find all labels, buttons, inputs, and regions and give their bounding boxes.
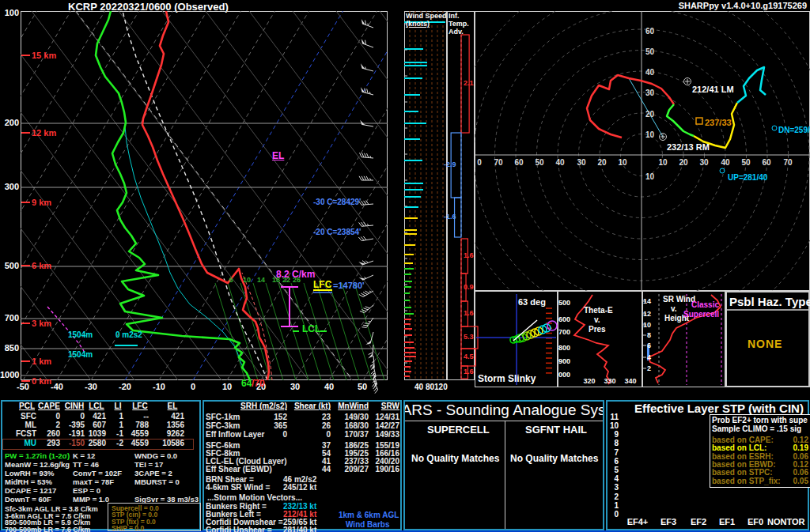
pressure-tick-label: 200: [0, 119, 19, 127]
corfidi-downshear-label: DN=259/65: [778, 126, 810, 134]
kinematics-col-header: SRW: [336, 402, 399, 410]
stp-prob-label: based on LCL:: [712, 444, 766, 452]
parcel-cell: 788: [115, 421, 149, 429]
hodo-speed-ring-label: 20: [596, 159, 608, 167]
hodo-speed-ring-label: 10: [616, 159, 629, 167]
stp-prob-value: 0.05: [788, 477, 808, 485]
parcel-cell: 10586: [151, 440, 184, 447]
hodo-speed-ring-label: 50: [645, 48, 654, 56]
stp-legend-line: Prob EF2+ torn with supe: [712, 417, 808, 424]
tadv-title-1: Inf.: [449, 13, 460, 20]
classic-supercell-label: Classic: [691, 301, 719, 309]
hodo-speed-ring-label: 20: [677, 159, 690, 167]
slinky-title: Storm Slinky: [478, 374, 536, 383]
sars-box[interactable]: SARS - Sounding Analogue System SUPERCEL…: [403, 400, 604, 530]
temp-axis-label: 50: [354, 383, 370, 391]
temp-advection-value: 1.6: [464, 252, 474, 259]
kinematics-cell: 152: [240, 413, 287, 421]
temp-advection-value: 5.3: [464, 334, 474, 341]
kinematics-row-label: SFC-3km: [206, 422, 240, 430]
hodo-speed-ring-label: 10: [657, 159, 669, 167]
thermo-index: MeanW = 12.6g/kg: [5, 461, 70, 469]
storm-motion-header: ...Storm Motion Vectors...: [207, 494, 302, 502]
thermo-index: 3CAPE = 2: [134, 470, 172, 477]
classic-supercell-label: Supercell: [683, 311, 719, 319]
srwind-height-label: 10: [643, 322, 651, 329]
hodo-speed-ring-label: 50: [533, 159, 546, 167]
stp-axis-label: 5: [609, 466, 619, 474]
stp-axis-label: 9: [609, 431, 619, 439]
height-tick-label: 9 km: [32, 198, 51, 207]
mixing-ratio-label: 6: [225, 277, 237, 284]
mixing-ratio-label: 14: [255, 277, 267, 284]
hodo-speed-ring-label: 40: [719, 159, 732, 167]
el-marker-label: EL: [272, 151, 284, 160]
kinematics-cell: 149/33: [352, 431, 399, 439]
minus30-height-label: -30 C=28429': [313, 198, 361, 206]
stp-prob-label: based on STP_fix:: [712, 477, 781, 485]
mid-lapse-label: 8.2 C/km: [276, 270, 315, 279]
stp-axis-label: 2: [609, 493, 619, 501]
parcel-cell: 4559: [115, 440, 149, 447]
parcel-cell: --: [115, 413, 149, 421]
height-tick-label: 3 km: [32, 319, 51, 328]
thermo-index: MBURST = 0: [134, 478, 180, 486]
hodo-speed-ring-label: 0: [473, 159, 486, 167]
temp-axis-label: 10: [219, 383, 235, 391]
hodo-speed-ring-label: 60: [513, 159, 525, 167]
thetae-title: Theta-E: [584, 307, 613, 315]
hodo-speed-ring-label: 60: [760, 159, 773, 167]
cloud-layer-mean-wind-label: 237/33: [705, 119, 732, 127]
skewt-background: [0, 11, 744, 380]
sars-divider-v: [505, 421, 505, 529]
hazard-value: NONE: [748, 338, 782, 349]
thermo-index: WNDG = 0.0: [134, 452, 177, 460]
effective-inflow-bottom-label: 1504m: [68, 351, 93, 359]
kinematics-row-label: SFC-1km: [206, 413, 240, 421]
sars-hail-header: SGFNT HAIL: [525, 424, 587, 435]
kinematics-cell: 190/16: [352, 466, 399, 474]
temp-advection-value: -1.6: [444, 213, 456, 221]
thermo-index: TT = 46: [73, 461, 99, 469]
hazard-title: Psbl Haz. Type: [729, 296, 810, 308]
pressure-tick-label: 850: [0, 344, 19, 353]
temp-axis-label: -50: [15, 383, 31, 391]
slinky-angle: 63 deg: [518, 298, 546, 307]
stp-axis-label: 1: [609, 502, 619, 510]
temp-axis-label: 0: [185, 383, 201, 391]
parcel-cell: 9262: [151, 430, 184, 438]
effective-inflow-srh-label: 0 m2s2: [115, 331, 142, 339]
thetae-title: Pres: [589, 326, 606, 334]
hodo-speed-ring-label: 70: [492, 159, 505, 167]
kinematics-cell: 124/31: [352, 413, 399, 421]
tadv-title-2: Temp.: [449, 21, 469, 28]
bunkers-right-label: 232/13 RM: [667, 143, 710, 152]
wetbulb-profile: [125, 126, 250, 380]
temp-axis-label: 30: [287, 383, 303, 391]
temp-advection-value: -2.9: [444, 161, 456, 168]
wind-panel-units: (knots): [406, 21, 430, 28]
stp-axis-label: 3: [609, 484, 619, 492]
hodo-speed-ring-label: 30: [698, 159, 710, 167]
temp-axis-label: -20: [117, 383, 133, 391]
mixing-ratio-label: 10: [240, 277, 253, 284]
hodo-speed-ring-label: 30: [645, 89, 654, 97]
hodo-trace-cyan: [737, 67, 766, 103]
thetae-axis-label: 330: [602, 378, 618, 385]
srwind-title: v.: [671, 305, 677, 313]
thetae-pressure-label: 600: [558, 316, 570, 323]
parcel-cell: 1356: [151, 421, 184, 429]
thermo-index: K = 12: [73, 452, 95, 460]
thermo-index: ESP = 0: [73, 487, 100, 495]
stp-category-label: EF4+: [620, 518, 655, 526]
sharppy-window: { "header": { "title": "KCRP 20220321/06…: [0, 0, 810, 532]
srwind-title: SR Wind: [663, 296, 695, 304]
height-tick-label: 12 km: [32, 129, 56, 138]
stp-axis-label: 10: [609, 422, 619, 430]
minus20-height-label: -20 C=23854': [313, 228, 361, 236]
thermo-index: PW = 1.27in (1-2σ): [5, 452, 70, 460]
thermo-index: MidRH = 53%: [5, 478, 52, 486]
srwind-height-label: 12: [643, 311, 651, 318]
temp-advection-value: 4.5: [464, 353, 474, 360]
storm-slinky-plot: [476, 294, 557, 385]
